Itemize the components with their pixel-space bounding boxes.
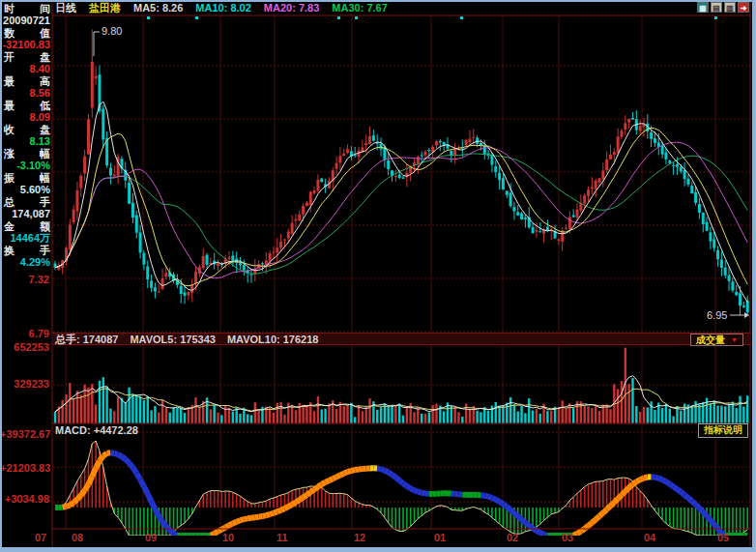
stock-name[interactable]: 盐田港 — [89, 2, 121, 15]
xaxis-month: 12 — [354, 533, 365, 543]
quote-row-close: 收盘 8.13 — [2, 124, 52, 148]
xaxis-month: 01 — [434, 533, 446, 543]
quote-label: 时间 — [2, 3, 52, 15]
xaxis-month: 05 — [717, 533, 729, 543]
chart-canvas[interactable] — [0, 0, 756, 552]
ma5-value: MA5: 8.26 — [133, 2, 183, 15]
ma10-value: MA10: 8.02 — [195, 2, 250, 15]
price-axis-label: 7.32 — [0, 275, 49, 285]
mavol10-value: MAVOL10: 176218 — [227, 334, 319, 345]
quote-label: 涨幅 — [2, 148, 52, 160]
quote-row-index-value: 数值 -32100.83 — [2, 27, 52, 51]
quote-label: 振幅 — [2, 172, 52, 184]
quote-value: 8.13 — [2, 135, 52, 148]
volume-header-values: 总手: 174087 MAVOL5: 175343 MAVOL10: 17621… — [55, 334, 318, 345]
quote-row-high: 最高 8.56 — [2, 75, 52, 100]
volume-axis-label: 329233 — [0, 379, 49, 390]
xaxis-month: 10 — [222, 533, 234, 543]
macd-value: MACD: +4472.28 — [55, 424, 138, 436]
quote-value: -3.10% — [2, 160, 52, 172]
macd-axis-label: +3034.98 — [0, 494, 49, 505]
xaxis-month: 07 — [35, 533, 46, 543]
quote-label: 收盘 — [2, 124, 52, 135]
macd-axis-label: +21203.83 — [0, 463, 49, 474]
low-price-annotation: 6.95 — [707, 310, 727, 321]
price-axis-label: 6.79 — [0, 329, 49, 339]
ma30-value: MA30: 7.67 — [332, 2, 387, 15]
quote-label: 开盘 — [2, 51, 52, 63]
quote-row-change: 涨幅 -3.10% — [2, 148, 52, 172]
window-icon[interactable]: ▥ — [724, 2, 736, 13]
indicator-selector[interactable]: 成交量 ▼ — [690, 334, 743, 346]
xaxis-month: 11 — [276, 533, 288, 543]
quote-value: 8.40 — [2, 63, 52, 75]
quote-row-amplitude: 振幅 5.60% — [2, 172, 52, 196]
quote-value: 174,087 — [2, 208, 52, 220]
period-label[interactable]: 日线 — [55, 2, 76, 15]
quote-label: 总手 — [2, 196, 52, 208]
quote-row-turnover: 换手 4.29% — [2, 245, 52, 269]
chart-header: 日线 盐田港 MA5: 8.26 MA10: 8.02 MA20: 7.83 M… — [55, 2, 388, 15]
market-panel-icon[interactable]: ▦ — [697, 2, 709, 13]
quote-label: 最低 — [2, 100, 52, 111]
quote-value: -32100.83 — [2, 39, 52, 51]
indicator-help-button[interactable]: 指标说明 — [698, 423, 748, 438]
quote-value: 5.60% — [2, 184, 52, 196]
quote-label: 金额 — [2, 220, 52, 232]
indicator-selector-label: 成交量 — [696, 335, 725, 345]
volume-header-bar: 总手: 174087 MAVOL5: 175343 MAVOL10: 17621… — [52, 333, 751, 345]
quote-row-low: 最低 8.09 — [2, 100, 52, 124]
window-frame-right — [752, 0, 756, 552]
quote-row-amount: 金额 14464万 — [2, 220, 52, 245]
quote-value: 14464万 — [2, 232, 52, 245]
app-window: 日线 盐田港 MA5: 8.26 MA10: 8.02 MA20: 7.83 M… — [0, 0, 756, 552]
quote-value: 8.09 — [2, 111, 52, 124]
mavol5-value: MAVOL5: 175343 — [130, 334, 215, 345]
quote-row-open: 开盘 8.40 — [2, 51, 52, 75]
quote-row-time: 时间 20090721 — [2, 3, 52, 27]
exit-icon[interactable]: ➜ — [738, 2, 749, 13]
message-icon[interactable]: ▤ — [711, 2, 722, 13]
quote-panel: 时间 20090721 数值 -32100.83 开盘 8.40 最高 8.56… — [2, 3, 52, 269]
window-frame-left — [0, 0, 2, 552]
window-frame-bottom — [0, 547, 756, 552]
volume-current: 总手: 174087 — [55, 334, 118, 345]
quote-label: 数值 — [2, 27, 52, 39]
volume-axis-label: 652253 — [0, 342, 49, 353]
window-frame-top — [0, 0, 756, 2]
quote-label: 换手 — [2, 245, 52, 256]
xaxis-month: 09 — [145, 533, 157, 543]
ma20-value: MA20: 7.83 — [264, 2, 319, 15]
quote-row-volume: 总手 174,087 — [2, 196, 52, 220]
xaxis-month: 04 — [644, 533, 655, 543]
quote-label: 最高 — [2, 75, 52, 87]
quote-value: 8.56 — [2, 87, 52, 100]
quote-value: 4.29% — [2, 256, 52, 269]
xaxis-month: 03 — [562, 533, 573, 543]
high-price-annotation: 9.80 — [102, 26, 122, 37]
window-toolbar: ▦ ▤ ▥ ➜ — [697, 2, 749, 13]
xaxis-month: 08 — [72, 533, 83, 543]
chevron-down-icon: ▼ — [731, 336, 738, 343]
xaxis-month: 02 — [507, 533, 518, 543]
quote-value: 20090721 — [2, 15, 52, 27]
macd-axis-label: +39372.67 — [0, 429, 49, 440]
